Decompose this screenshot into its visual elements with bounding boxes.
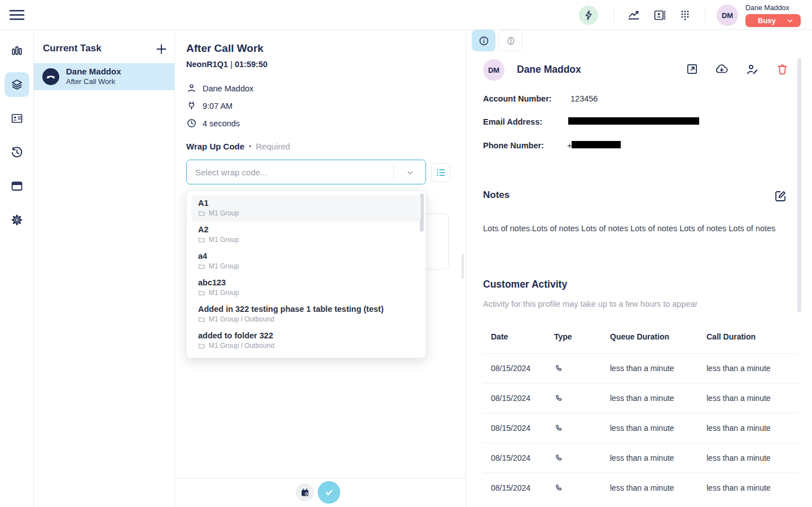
notes-title: Notes [483, 189, 510, 201]
separator: | [228, 60, 235, 69]
main-panel-scrollbar[interactable] [462, 254, 464, 279]
cell-date: 08/15/2024 [483, 394, 547, 403]
task-footer [175, 478, 466, 507]
option-group: M1 Group / Outbound [209, 341, 274, 350]
sidebar-item-pages[interactable] [10, 179, 24, 193]
activity-table-row: 08/15/2024 less than a minute less than … [483, 443, 799, 473]
phone-call-icon [554, 483, 610, 493]
profile-name: Dane Maddox [517, 64, 581, 76]
tab-ai-insights[interactable] [499, 30, 523, 51]
cell-type [547, 453, 610, 463]
phone-call-icon [554, 364, 610, 373]
option-group: M1 Group / Outbound [209, 315, 274, 324]
complete-task-button[interactable] [318, 481, 340, 504]
col-date: Date [483, 332, 547, 341]
wrap-code-option[interactable]: A2 M1 Group [191, 222, 421, 248]
customer-activity-subtitle: Activity for this profile may take up to… [483, 299, 697, 308]
wrap-code-option[interactable]: A1 M1 Group [191, 195, 421, 222]
activity-table: Date Type Queue Duration Call Duration 0… [483, 330, 799, 502]
activity-table-row: 08/15/2024 less than a minute less than … [483, 383, 799, 413]
cell-date: 08/15/2024 [483, 453, 547, 462]
profile-avatar: DM [483, 59, 504, 81]
col-call-duration: Call Duration [706, 332, 799, 341]
cell-queue-duration: less than a minute [610, 364, 706, 373]
select-divider [393, 165, 394, 179]
current-task-title: Current Task [43, 43, 102, 54]
app-root: DM Dane Maddox Busy Curren [0, 0, 812, 507]
sidebar-item-analytics[interactable] [10, 44, 24, 58]
wrap-code-option[interactable]: abc123 M1 Group [191, 275, 421, 301]
task-detail-panel: After Call Work NeonR1Q1 | 01:59:50 Dane… [175, 30, 466, 507]
call-time: 9:07 AM [203, 102, 232, 111]
open-profile-button[interactable] [686, 63, 699, 76]
phone-call-icon [554, 453, 610, 463]
account-number-label: Account Number: [483, 94, 552, 103]
lightning-icon [583, 10, 594, 21]
notes-content: Lots of notes.Lots of notes Lots of note… [483, 223, 782, 234]
delete-contact-button[interactable] [776, 63, 789, 76]
edit-contact-button[interactable] [745, 63, 759, 76]
sidebar-item-settings[interactable] [10, 213, 24, 227]
contacts-card-icon[interactable] [653, 8, 666, 22]
reporting-chart-icon[interactable] [627, 8, 640, 22]
cell-call-duration: less than a minute [706, 483, 799, 492]
browser-window-icon [10, 179, 24, 193]
option-group: M1 Group [209, 209, 239, 218]
task-timer: 01:59:50 [235, 60, 267, 69]
option-group: M1 Group [209, 235, 239, 244]
cell-queue-duration: less than a minute [610, 483, 706, 492]
calendar-clock-icon [300, 488, 310, 497]
folder-icon [198, 289, 205, 297]
cell-type [547, 424, 610, 433]
wrap-label-text: Wrap Up Code [186, 142, 244, 151]
wrap-code-dropdown: A1 M1 Group A2 M1 Group a4 [186, 190, 426, 358]
option-title: A2 [198, 224, 414, 235]
option-title: A1 [198, 198, 414, 209]
task-call-avatar [42, 68, 59, 85]
download-profile-button[interactable] [715, 63, 728, 76]
dialpad-icon[interactable] [678, 8, 692, 22]
cell-date: 08/15/2024 [483, 364, 547, 373]
cloud-download-icon [715, 63, 728, 76]
browse-wrap-codes-button[interactable] [431, 163, 450, 182]
edit-notes-button[interactable] [774, 189, 787, 203]
cell-type [547, 364, 610, 373]
wrap-code-select[interactable] [186, 160, 426, 184]
profile-panel-scrollbar[interactable] [797, 58, 801, 312]
option-group: M1 Group [209, 262, 239, 271]
sidebar-item-contacts[interactable] [10, 112, 24, 125]
call-time-row: 9:07 AM [186, 100, 232, 111]
col-queue-duration: Queue Duration [610, 332, 706, 341]
cell-type [547, 483, 610, 493]
hamburger-menu-icon[interactable] [9, 8, 25, 22]
folder-icon [198, 210, 205, 217]
wrap-code-option[interactable]: added to folder 322 M1 Group / Outbound [191, 328, 421, 354]
profile-tabs [472, 30, 523, 51]
wrap-code-option[interactable]: a4 M1 Group [191, 248, 421, 275]
tab-profile-info[interactable] [472, 30, 495, 51]
chevron-down-icon[interactable] [405, 168, 415, 177]
contact-card-icon [10, 112, 24, 125]
folder-icon [198, 342, 205, 350]
folder-icon [198, 236, 205, 244]
task-list-item[interactable]: Dane Maddox After Call Work [34, 63, 175, 90]
phone-redacted-value [572, 141, 621, 148]
campaign-name: NeonR1Q1 [186, 60, 228, 69]
history-icon [10, 146, 24, 159]
add-task-button[interactable] [155, 42, 168, 56]
wrap-code-option[interactable]: Added in 322 testing phase 1 table testi… [191, 301, 421, 328]
quick-actions-button[interactable] [579, 6, 598, 25]
schedule-button[interactable] [296, 483, 314, 501]
person-edit-icon [745, 63, 759, 76]
wrap-code-input[interactable] [195, 161, 381, 183]
duration-row: 4 seconds [186, 118, 240, 129]
call-duration: 4 seconds [203, 119, 240, 128]
option-title: added to folder 322 [198, 330, 414, 341]
activity-table-body: 08/15/2024 less than a minute less than … [483, 353, 799, 502]
sidebar-item-tasks[interactable] [10, 78, 24, 91]
email-label: Email Address: [483, 117, 542, 126]
cell-call-duration: less than a minute [706, 424, 799, 433]
agent-status-dropdown[interactable]: Busy [745, 14, 801, 27]
user-avatar[interactable]: DM [717, 5, 738, 26]
sidebar-item-history[interactable] [10, 146, 24, 159]
